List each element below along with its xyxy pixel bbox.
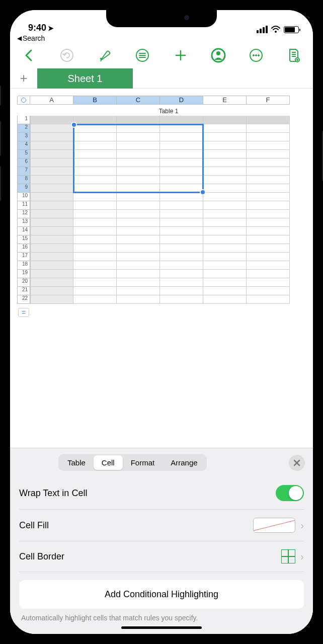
- cell[interactable]: [247, 235, 290, 244]
- row-header[interactable]: 7: [17, 167, 30, 176]
- cell[interactable]: [247, 176, 290, 184]
- add-sheet-button[interactable]: +: [10, 68, 37, 89]
- cell[interactable]: [117, 287, 160, 295]
- cell[interactable]: [203, 270, 247, 278]
- cell[interactable]: [30, 270, 73, 278]
- collaborate-button[interactable]: [210, 47, 226, 63]
- row-header[interactable]: 2: [17, 124, 30, 133]
- cell[interactable]: [73, 287, 117, 295]
- cell[interactable]: [160, 158, 203, 167]
- cell[interactable]: [117, 235, 160, 244]
- row-header[interactable]: 5: [17, 150, 30, 158]
- column-header[interactable]: B: [73, 96, 117, 105]
- cell[interactable]: [30, 141, 73, 150]
- cell[interactable]: [247, 133, 290, 141]
- cell[interactable]: [30, 193, 73, 201]
- cell[interactable]: [247, 193, 290, 201]
- back-button[interactable]: [21, 47, 37, 63]
- column-header[interactable]: C: [117, 96, 160, 105]
- cell[interactable]: [160, 141, 203, 150]
- column-header[interactable]: A: [30, 96, 73, 105]
- cell[interactable]: [247, 158, 290, 167]
- cell[interactable]: [247, 270, 290, 278]
- cell[interactable]: [73, 193, 117, 201]
- cell[interactable]: [117, 261, 160, 270]
- cell[interactable]: [73, 210, 117, 218]
- cell[interactable]: [160, 124, 203, 133]
- cell[interactable]: [73, 261, 117, 270]
- row-header[interactable]: 11: [17, 201, 30, 210]
- cell[interactable]: [160, 150, 203, 158]
- spreadsheet[interactable]: ABCDEF Table 1 1234567891011121314151617…: [10, 89, 313, 448]
- row-header[interactable]: 15: [17, 235, 30, 244]
- row-header[interactable]: 10: [17, 193, 30, 201]
- cell[interactable]: [30, 158, 73, 167]
- row-header[interactable]: 19: [17, 270, 30, 278]
- cell[interactable]: [30, 210, 73, 218]
- cell[interactable]: [160, 235, 203, 244]
- cell[interactable]: [30, 184, 73, 193]
- cell[interactable]: [117, 116, 160, 124]
- cell[interactable]: [203, 150, 247, 158]
- back-to-search[interactable]: ◀ Search: [10, 34, 313, 44]
- cell[interactable]: [203, 141, 247, 150]
- cell[interactable]: [160, 270, 203, 278]
- cell[interactable]: [203, 227, 247, 235]
- cell[interactable]: [160, 193, 203, 201]
- sheet-tab-active[interactable]: Sheet 1: [37, 68, 133, 89]
- cell[interactable]: [73, 253, 117, 261]
- cell[interactable]: [247, 201, 290, 210]
- cell[interactable]: [203, 158, 247, 167]
- cell[interactable]: [247, 116, 290, 124]
- row-header[interactable]: 12: [17, 210, 30, 218]
- cell[interactable]: [247, 295, 290, 304]
- inspector-tab[interactable]: Cell: [94, 455, 123, 470]
- cell[interactable]: [247, 261, 290, 270]
- cell[interactable]: [247, 150, 290, 158]
- cell[interactable]: [117, 201, 160, 210]
- insert-button[interactable]: [173, 47, 189, 63]
- cell[interactable]: [117, 133, 160, 141]
- row-header[interactable]: 21: [17, 287, 30, 295]
- cell[interactable]: [247, 244, 290, 253]
- cell[interactable]: [160, 176, 203, 184]
- cell[interactable]: [203, 244, 247, 253]
- cell[interactable]: [247, 218, 290, 227]
- cell[interactable]: [73, 235, 117, 244]
- cell[interactable]: [160, 218, 203, 227]
- cell[interactable]: [247, 278, 290, 287]
- cell[interactable]: [30, 278, 73, 287]
- row-header[interactable]: 1: [17, 116, 30, 124]
- column-headers[interactable]: ABCDEF: [30, 96, 313, 105]
- select-all-corner[interactable]: [17, 96, 30, 105]
- cell-fill-row[interactable]: Cell Fill ›: [19, 510, 304, 541]
- cell[interactable]: [30, 287, 73, 295]
- home-indicator[interactable]: [121, 626, 202, 629]
- cell[interactable]: [30, 227, 73, 235]
- cell[interactable]: [30, 133, 73, 141]
- cell[interactable]: [117, 295, 160, 304]
- cell[interactable]: [203, 218, 247, 227]
- cell-border-row[interactable]: Cell Border ›: [19, 541, 304, 572]
- cell[interactable]: [73, 278, 117, 287]
- formula-button[interactable]: =: [18, 308, 29, 317]
- undo-button[interactable]: [59, 47, 75, 63]
- cell[interactable]: [203, 184, 247, 193]
- cell[interactable]: [30, 253, 73, 261]
- wrap-text-toggle[interactable]: [276, 485, 304, 501]
- cell[interactable]: [160, 210, 203, 218]
- row-header[interactable]: 13: [17, 218, 30, 227]
- grid[interactable]: [30, 116, 313, 304]
- cell[interactable]: [160, 295, 203, 304]
- cell[interactable]: [247, 253, 290, 261]
- row-headers[interactable]: 12345678910111213141516171819202122: [17, 116, 30, 304]
- cell[interactable]: [203, 133, 247, 141]
- cell[interactable]: [117, 150, 160, 158]
- cell[interactable]: [203, 176, 247, 184]
- cell[interactable]: [73, 227, 117, 235]
- cell[interactable]: [73, 133, 117, 141]
- row-header[interactable]: 14: [17, 227, 30, 235]
- cell[interactable]: [247, 287, 290, 295]
- row-header[interactable]: 17: [17, 253, 30, 261]
- close-panel-button[interactable]: [289, 455, 305, 471]
